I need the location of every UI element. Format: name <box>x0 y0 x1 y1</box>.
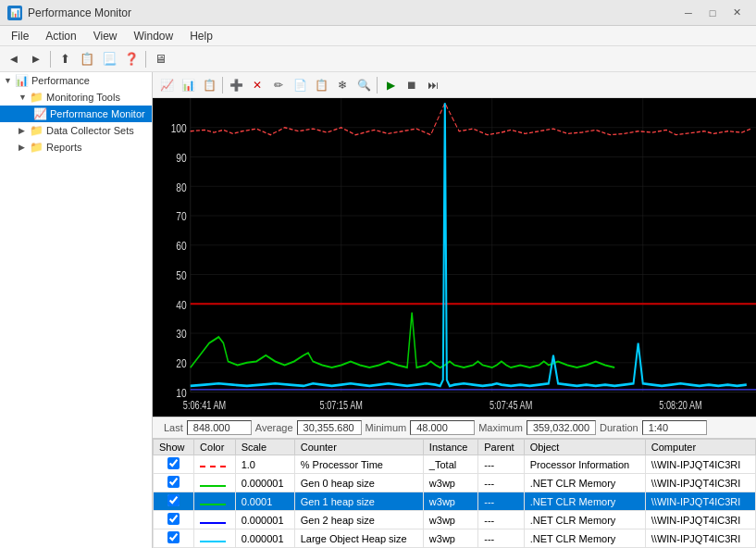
menu-view[interactable]: View <box>86 28 125 44</box>
instance-cell: w3wp <box>423 474 477 492</box>
up-button[interactable]: ⬆ <box>55 49 75 69</box>
show-cell <box>154 455 194 474</box>
tree-item-data-collector-sets[interactable]: ▶ 📁 Data Collector Sets <box>0 122 152 139</box>
color-cell <box>194 455 236 474</box>
table-row[interactable]: 0.000001Gen 2 heap sizew3wp---.NET CLR M… <box>154 511 756 529</box>
object-cell: .NET CLR Memory <box>524 511 645 529</box>
forward-button[interactable]: ► <box>26 49 46 69</box>
computer-cell: \\WIN-IPJQT4IC3RI <box>645 474 755 492</box>
scale-cell: 0.000001 <box>235 529 294 548</box>
tree-item-reports[interactable]: ▶ 📁 Reports <box>0 139 152 156</box>
main-toolbar: ◄ ► ⬆ 📋 📃 ❓ 🖥 <box>0 46 756 72</box>
highlight-button[interactable]: ✏ <box>268 75 289 95</box>
chart-container: 100 90 80 70 60 50 40 30 20 10 <box>153 98 756 417</box>
minimize-button[interactable]: ─ <box>676 4 700 22</box>
menu-bar: File Action View Window Help <box>0 26 756 46</box>
help-button[interactable]: ❓ <box>121 49 142 69</box>
show-hide-button[interactable]: 📋 <box>77 49 97 69</box>
scale-cell: 0.0001 <box>235 492 294 511</box>
tree-arrow-dcs: ▶ <box>19 126 30 135</box>
tree-item-performance-monitor[interactable]: 📈 Performance Monitor <box>0 106 152 122</box>
zoom-button[interactable]: 🔍 <box>353 75 374 95</box>
min-label: Minimum <box>362 422 411 433</box>
col-color: Color <box>194 440 236 455</box>
instance-cell: w3wp <box>423 492 477 511</box>
show-cell <box>154 492 194 511</box>
show-checkbox[interactable] <box>167 457 180 469</box>
delete-counter-button[interactable]: ✕ <box>247 75 267 95</box>
properties-button[interactable]: 📃 <box>99 49 119 69</box>
svg-text:5:07:15 AM: 5:07:15 AM <box>320 399 363 411</box>
extra-button[interactable]: 🖥 <box>150 49 170 69</box>
show-checkbox[interactable] <box>167 476 180 488</box>
close-button[interactable]: ✕ <box>725 4 749 22</box>
counter-cell: Gen 0 heap size <box>294 474 423 492</box>
stop-button[interactable]: ⏹ <box>402 75 422 95</box>
back-button[interactable]: ◄ <box>4 49 24 69</box>
computer-cell: \\WIN-IPJQT4IC3RI <box>645 529 755 548</box>
parent-cell: --- <box>478 511 524 529</box>
show-checkbox[interactable] <box>167 513 180 525</box>
menu-help[interactable]: Help <box>182 28 220 44</box>
col-object: Object <box>524 440 645 455</box>
show-cell <box>154 474 194 492</box>
tree-item-performance[interactable]: ▼ 📊 Performance <box>0 72 152 89</box>
table-row[interactable]: 0.000001Gen 0 heap sizew3wp---.NET CLR M… <box>154 474 756 492</box>
avg-value: 30,355.680 <box>297 420 362 435</box>
maximize-button[interactable]: □ <box>700 4 725 22</box>
computer-cell: \\WIN-IPJQT4IC3RI <box>645 492 755 511</box>
avg-label: Average <box>252 422 297 433</box>
data-table-container[interactable]: Show Color Scale Counter Instance Parent… <box>153 439 756 548</box>
dcs-icon: 📁 <box>30 124 43 137</box>
toolbar-sep-2 <box>145 51 146 68</box>
table-row[interactable]: 0.000001Large Object Heap sizew3wp---.NE… <box>154 529 756 548</box>
svg-text:70: 70 <box>176 209 187 224</box>
tree-label-monitoring: Monitoring Tools <box>46 92 120 103</box>
tree-label-dcs: Data Collector Sets <box>46 125 134 136</box>
table-row[interactable]: 0.0001Gen 1 heap sizew3wp---.NET CLR Mem… <box>154 492 756 511</box>
instance-cell: _Total <box>423 455 477 474</box>
svg-text:80: 80 <box>176 180 187 194</box>
freeze-button[interactable]: ❄ <box>332 75 353 95</box>
performance-chart: 100 90 80 70 60 50 40 30 20 10 <box>153 98 756 417</box>
min-value: 48.000 <box>410 420 475 435</box>
view-report-button[interactable]: 📋 <box>199 75 219 95</box>
show-checkbox[interactable] <box>167 494 180 506</box>
view-histogram-button[interactable]: 📊 <box>178 75 198 95</box>
dur-value: 1:40 <box>642 420 707 435</box>
copy-properties-button[interactable]: 📄 <box>290 75 310 95</box>
svg-text:60: 60 <box>176 239 187 254</box>
menu-window[interactable]: Window <box>127 28 181 44</box>
object-cell: .NET CLR Memory <box>524 474 645 492</box>
inner-sep-1 <box>222 77 223 93</box>
color-cell <box>194 492 236 511</box>
col-show: Show <box>154 440 194 455</box>
svg-text:40: 40 <box>176 297 187 312</box>
counter-cell: Gen 1 heap size <box>294 492 423 511</box>
update-button[interactable]: ⏭ <box>423 75 443 95</box>
main-content: ▼ 📊 Performance ▼ 📁 Monitoring Tools 📈 P… <box>0 72 756 548</box>
show-checkbox[interactable] <box>167 531 180 543</box>
add-counter-button[interactable]: ➕ <box>226 75 246 95</box>
tree-label-performance: Performance <box>31 75 90 86</box>
max-label: Maximum <box>475 422 527 433</box>
scale-cell: 0.000001 <box>235 511 294 529</box>
object-cell: .NET CLR Memory <box>524 492 645 511</box>
color-cell <box>194 529 236 548</box>
tree-item-monitoring-tools[interactable]: ▼ 📁 Monitoring Tools <box>0 89 152 106</box>
computer-cell: \\WIN-IPJQT4IC3RI <box>645 455 755 474</box>
color-cell <box>194 474 236 492</box>
paste-properties-button[interactable]: 📋 <box>311 75 331 95</box>
perf-icon: 📊 <box>15 74 29 87</box>
view-graph-button[interactable]: 📈 <box>156 75 177 95</box>
menu-action[interactable]: Action <box>38 28 83 44</box>
svg-text:50: 50 <box>176 268 187 282</box>
table-row[interactable]: 1.0% Processor Time_Total---Processor In… <box>154 455 756 474</box>
start-button[interactable]: ▶ <box>380 75 401 95</box>
stats-bar: Last 848.000 Average 30,355.680 Minimum … <box>153 417 756 439</box>
col-computer: Computer <box>645 440 755 455</box>
last-label: Last <box>160 422 187 433</box>
window-title: Performance Monitor <box>28 6 131 19</box>
window-controls: ─ □ ✕ <box>676 4 749 22</box>
menu-file[interactable]: File <box>4 28 36 44</box>
